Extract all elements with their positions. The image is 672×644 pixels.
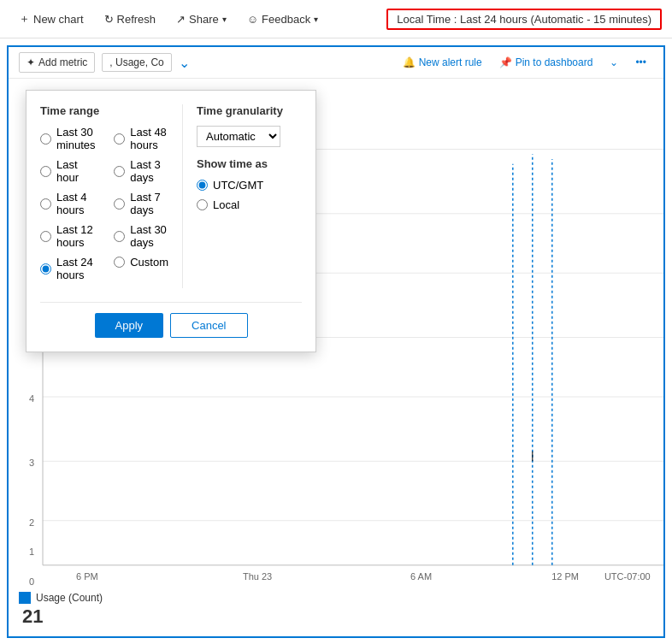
feedback-chevron-icon: ▾ [314, 15, 318, 24]
option-30d[interactable]: Last 30 days [114, 223, 168, 249]
option-1h[interactable]: Last hour [40, 158, 100, 184]
time-range-left-col: Last 30 minutes Last hour Last 4 hours L… [40, 126, 100, 288]
filter-pill[interactable]: , Usage, Co [102, 53, 171, 72]
share-chevron-icon: ▾ [222, 15, 227, 24]
svg-text:1: 1 [29, 547, 34, 557]
chart-actions: 🔔 New alert rule 📌 Pin to dashboard ⌄ ••… [396, 53, 653, 72]
legend-color-box [19, 592, 31, 604]
expand-icon[interactable]: ⌄ [179, 55, 190, 71]
legend-value: 21 [22, 606, 653, 628]
svg-text:UTC-07:00: UTC-07:00 [604, 571, 651, 582]
more-button[interactable]: ••• [628, 53, 653, 72]
option-12h[interactable]: Last 12 hours [40, 223, 100, 249]
share-icon: ↗ [176, 13, 186, 26]
popup-buttons: Apply Cancel [40, 302, 302, 338]
collapse-button[interactable]: ⌄ [603, 53, 625, 72]
feedback-icon: ☺ [247, 13, 258, 26]
time-range-right-col: Last 48 hours Last 3 days Last 7 days La… [114, 126, 168, 288]
share-button[interactable]: ↗ Share ▾ [168, 9, 235, 30]
refresh-icon: ↻ [104, 13, 114, 26]
svg-text:3: 3 [29, 458, 34, 468]
refresh-button[interactable]: ↻ Refresh [96, 9, 165, 30]
cancel-button[interactable]: Cancel [170, 313, 247, 338]
option-30min[interactable]: Last 30 minutes [40, 126, 100, 151]
pin-dashboard-button[interactable]: 📌 Pin to dashboard [492, 53, 600, 72]
bell-icon: 🔔 [403, 56, 416, 68]
chart-container: ✦ Add metric , Usage, Co ⌄ 🔔 New alert r… [7, 45, 665, 638]
option-7d[interactable]: Last 7 days [114, 191, 168, 216]
svg-text:0: 0 [29, 576, 34, 585]
add-metric-button[interactable]: ✦ Add metric [19, 52, 95, 73]
option-custom[interactable]: Custom [114, 256, 168, 269]
show-time-local[interactable]: Local [197, 198, 302, 211]
svg-text:12 PM: 12 PM [551, 571, 579, 582]
show-time-title: Show time as [197, 157, 302, 170]
granularity-title: Time granularity [197, 104, 302, 117]
svg-text:6 PM: 6 PM [76, 571, 98, 582]
time-range-title: Time range [40, 104, 168, 117]
popup-content: Time range Last 30 minutes Last hour Las… [40, 104, 302, 288]
time-range-popup: Time range Last 30 minutes Last hour Las… [26, 90, 316, 352]
svg-text:4: 4 [29, 393, 34, 404]
time-range-badge[interactable]: Local Time : Last 24 hours (Automatic - … [386, 9, 662, 30]
new-chart-button[interactable]: ＋ New chart [10, 7, 92, 31]
plus-icon: ＋ [19, 11, 30, 27]
show-time-utc[interactable]: UTC/GMT [197, 179, 302, 192]
option-24h[interactable]: Last 24 hours [40, 256, 100, 281]
svg-text:Thu 23: Thu 23 [243, 571, 272, 582]
granularity-select[interactable]: Automatic 1 minute 5 minutes 15 minutes … [197, 126, 280, 147]
svg-text:6 AM: 6 AM [410, 571, 432, 582]
feedback-button[interactable]: ☺ Feedback ▾ [239, 9, 327, 30]
granularity-panel: Time granularity Automatic 1 minute 5 mi… [182, 104, 302, 288]
pin-icon: 📌 [499, 56, 512, 68]
option-3d[interactable]: Last 3 days [114, 158, 168, 184]
svg-text:2: 2 [29, 517, 34, 528]
add-metric-icon: ✦ [27, 56, 35, 68]
legend-label: Usage (Count) [36, 592, 103, 604]
option-4h[interactable]: Last 4 hours [40, 191, 100, 216]
time-range-panel: Time range Last 30 minutes Last hour Las… [40, 104, 168, 288]
chart-toolbar: ✦ Add metric , Usage, Co ⌄ 🔔 New alert r… [9, 47, 663, 79]
option-48h[interactable]: Last 48 hours [114, 126, 168, 151]
main-toolbar: ＋ New chart ↻ Refresh ↗ Share ▾ ☺ Feedba… [0, 0, 672, 38]
new-alert-button[interactable]: 🔔 New alert rule [396, 53, 489, 72]
apply-button[interactable]: Apply [95, 313, 164, 338]
legend-area: Usage (Count) 21 [9, 585, 663, 636]
